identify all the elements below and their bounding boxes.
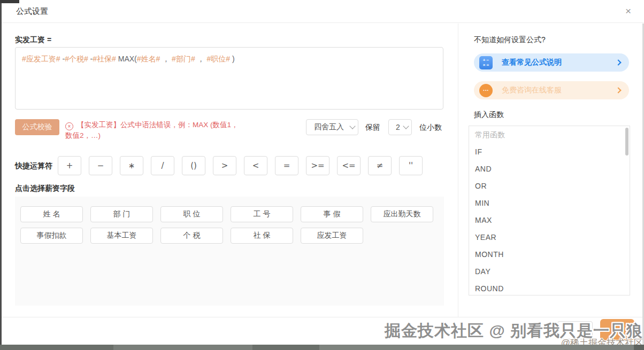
function-item[interactable]: YEAR [469, 229, 630, 246]
insert-function-label: 插入函数 [474, 110, 504, 120]
decimal-places-label: 位小数 [419, 123, 442, 133]
function-item[interactable]: MONTH [469, 246, 630, 263]
formula-token: ， [195, 55, 207, 63]
function-item[interactable]: MIN [469, 195, 630, 212]
operator-buttons-row: +−∗/()><=>=<=≠'' [58, 156, 423, 175]
formula-token: ) [230, 55, 235, 63]
operator-button[interactable]: <= [337, 156, 361, 175]
operator-button[interactable]: '' [399, 156, 423, 175]
rounding-mode-value: 四舍五入 [314, 122, 344, 132]
operator-button[interactable]: − [89, 156, 112, 175]
salary-field-button[interactable]: 姓 名 [20, 206, 83, 222]
salary-field-button[interactable]: 基本工资 [90, 228, 153, 244]
function-item[interactable]: AND [469, 160, 630, 177]
function-item[interactable]: MAX [469, 212, 630, 229]
formula-target-label: 实发工资 = [15, 35, 51, 45]
close-icon[interactable]: × [625, 5, 631, 17]
salary-field-button[interactable]: 工 号 [231, 206, 293, 222]
formula-token: #个税# [65, 55, 88, 63]
formula-guide-label: 查看常见公式说明 [502, 58, 562, 67]
salary-field-button[interactable]: 社 保 [231, 228, 293, 244]
salary-fields-label: 点击选择薪资字段 [15, 184, 75, 193]
function-item[interactable]: IF [469, 143, 630, 160]
vertical-divider [458, 24, 458, 317]
function-group-label: 常用函数 [469, 126, 630, 143]
decimal-digits-value: 2 [396, 123, 400, 131]
keep-label: 保留 [365, 123, 380, 133]
salary-fields-row-2: 事假扣款基本工资个 税社 保应发工资 [20, 228, 363, 244]
operators-label: 快捷运算符 [15, 161, 52, 171]
operator-button[interactable]: = [275, 156, 298, 175]
operator-button[interactable]: () [182, 156, 205, 175]
dialog-header: 公式设置 × [0, 0, 644, 23]
chevron-right-icon [615, 87, 621, 93]
strip-segment [0, 345, 113, 350]
operator-button[interactable]: / [151, 156, 174, 175]
operator-button[interactable]: > [213, 156, 236, 175]
error-icon: × [65, 122, 73, 130]
strip-segment [252, 345, 319, 350]
calculator-icon-row2: × = [479, 63, 493, 67]
formula-token: #职位# [206, 55, 230, 63]
validation-error-message: ×【实发工资】公式中语法错误，例：MAX (数值1，数值2，…) [65, 120, 245, 141]
chat-bubble-icon: ··· [479, 84, 493, 97]
chat-icon-dots: ··· [483, 87, 489, 94]
dialog-title: 公式设置 [16, 6, 48, 17]
function-item[interactable]: ROUND [469, 280, 630, 295]
salary-field-button[interactable]: 应出勤天数 [371, 206, 433, 222]
strip-segment [634, 345, 644, 350]
formula-token: #部门# [172, 55, 195, 63]
salary-field-button[interactable]: 应发工资 [301, 228, 363, 244]
strip-segment [319, 345, 634, 350]
rounding-mode-select[interactable]: 四舍五入 [306, 119, 358, 135]
formula-token: #社保# [93, 55, 116, 63]
salary-field-button[interactable]: 职 位 [160, 206, 223, 222]
operator-button[interactable]: < [244, 156, 267, 175]
online-support-label: 免费咨询在线客服 [502, 85, 562, 95]
formula-token: MAX( [116, 55, 137, 63]
chevron-right-icon [615, 59, 621, 65]
salary-field-button[interactable]: 个 税 [160, 228, 223, 244]
decimal-digits-select[interactable]: 2 [388, 119, 412, 135]
scrollbar-thumb[interactable] [625, 128, 628, 155]
salary-field-button[interactable]: 事假扣款 [20, 228, 83, 244]
formula-token: #应发工资# [22, 55, 60, 63]
view-formula-guide-link[interactable]: + − × = 查看常见公式说明 [474, 53, 629, 72]
help-question-label: 不知道如何设置公式? [474, 35, 546, 45]
operator-button[interactable]: ≠ [368, 156, 392, 175]
operator-button[interactable]: >= [306, 156, 329, 175]
salary-fields-panel: 姓 名部 门职 位工 号事 假应出勤天数 事假扣款基本工资个 税社 保应发工资 [15, 197, 444, 306]
salary-field-button[interactable]: 部 门 [90, 206, 153, 222]
function-item[interactable]: OR [469, 177, 630, 195]
salary-field-button[interactable]: 事 假 [301, 206, 363, 222]
formula-token: - [88, 55, 93, 63]
formula-token: - [60, 55, 65, 63]
page-left-edge [0, 0, 2, 345]
strip-segment [113, 345, 252, 350]
formula-editor[interactable]: #应发工资# -#个税# -#社保# MAX(#姓名# ， #部门# ， #职位… [15, 47, 443, 110]
function-item[interactable]: DAY [469, 263, 630, 280]
formula-token: #姓名# [137, 55, 160, 63]
chevron-down-icon [403, 123, 409, 129]
error-text: 【实发工资】公式中语法错误，例：MAX (数值1，数值2，…) [65, 121, 239, 139]
operator-button[interactable]: ∗ [120, 156, 143, 175]
validate-formula-button[interactable]: 公式校验 [15, 119, 59, 135]
formula-settings-dialog: 公式设置 × 实发工资 = #应发工资# -#个税# -#社保# MAX(#姓名… [0, 0, 644, 350]
function-list: 常用函数 IFANDORMINMAXYEARMONTHDAYROUND [469, 126, 630, 295]
footer-divider [0, 317, 644, 317]
calculator-icon-row1: + − [479, 58, 493, 63]
formula-token: ， [160, 55, 172, 63]
calculator-icon: + − × = [479, 56, 493, 69]
page-top-notch [0, 0, 19, 3]
salary-fields-row-1: 姓 名部 门职 位工 号事 假应出勤天数 [20, 206, 433, 222]
function-items: IFANDORMINMAXYEARMONTHDAYROUND [469, 143, 630, 295]
background-page-strip [0, 345, 644, 350]
operator-button[interactable]: + [58, 156, 81, 175]
chevron-down-icon [349, 123, 355, 129]
online-support-link[interactable]: ··· 免费咨询在线客服 [474, 81, 629, 99]
